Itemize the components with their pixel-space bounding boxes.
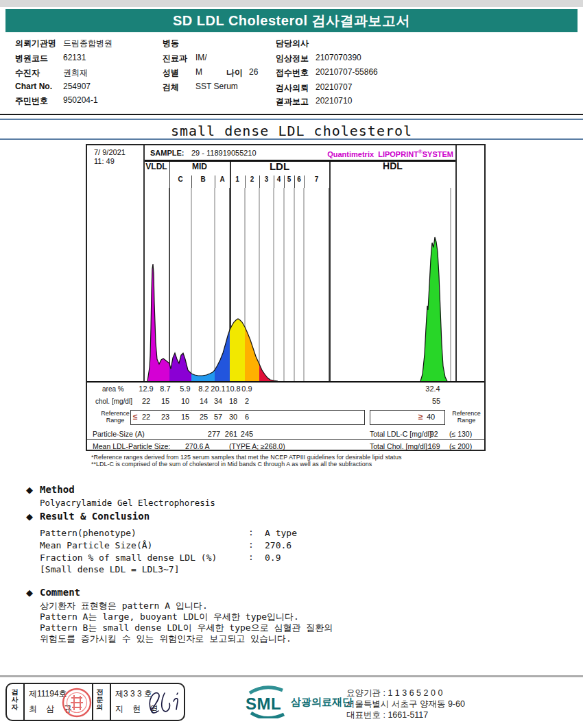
signature-box: 검사자 제11194호 최 삼 규 전문의 제3 3 3 호 지 현 영 [5, 683, 185, 721]
value-hospital-code: 62131 [63, 53, 86, 62]
value-department: IM/ [195, 53, 207, 62]
tick [245, 175, 246, 188]
band-label-mid: MID [169, 162, 230, 171]
chart-datetime: 7/ 9/2021 11: 49 [94, 148, 126, 166]
label-ward: 병동 [163, 38, 179, 49]
result-row-label: Pattern(phenotype) [40, 528, 136, 538]
mean-size-type: (TYPE A; ≥268.0) [229, 442, 285, 450]
value-patient: 권희재 [63, 67, 88, 79]
ref-range-label-right: Reference Range [447, 410, 486, 424]
colon: : [248, 552, 254, 562]
ref-hdl: 40 [427, 413, 443, 421]
ref-label-line1: Reference [452, 410, 481, 417]
diamond-icon: ◆ [26, 511, 33, 522]
particle-ldl3: 245 [237, 430, 257, 438]
sample-value: 29 - 118919055210 [191, 149, 257, 157]
diamond-icon: ◆ [26, 485, 33, 495]
top-grey-strip [0, 0, 583, 7]
method-heading: Method [40, 484, 75, 495]
footer-address: 서울특별시 서초구 양재동 9-60 [346, 699, 465, 710]
footer-care-org: 요양기관 : 1 1 3 6 5 2 0 0 [346, 688, 442, 699]
band-label-vldl: VLDL [143, 162, 169, 171]
total-ldl-ref: (≤ 130) [449, 430, 472, 438]
ref-label-line2: Range [457, 417, 476, 424]
tick [215, 175, 215, 188]
result-note: [Small dense LDL = LDL3~7] [40, 564, 180, 574]
brand-lipoprint: LIPOPRINT [378, 150, 418, 158]
subband-ldl6: 6 [294, 175, 304, 183]
tick [294, 175, 295, 188]
area-ldl3: 0.9 [237, 385, 257, 393]
sml-logo-text: SML [246, 694, 281, 713]
specialist-role: 전문의 [95, 688, 104, 711]
subband-ldl4: 4 [274, 175, 284, 183]
ref-vldl: 22 [136, 413, 156, 421]
total-chol-label: Total Chol. [mg/dl]: [370, 442, 429, 450]
footnote-2: **LDL-C is comprised of the sum of chole… [91, 461, 372, 468]
chol-row-label: chol. [mg/dl] [95, 398, 132, 405]
total-chol-ref: (≤ 200) [449, 442, 472, 450]
footnote-1: *Reference ranges derived from 125 serum… [91, 454, 401, 461]
label-sex: 성별 [163, 67, 179, 79]
tick [284, 175, 285, 188]
label-patient: 수진자 [15, 67, 40, 79]
area-mid-b: 5.9 [175, 385, 195, 393]
geq-symbol: ≥ [418, 412, 423, 422]
chol-mid-b: 10 [175, 397, 195, 405]
value-institution: 드림종합병원 [63, 38, 112, 49]
result-row-label: Mean Particle Size(Å) [40, 540, 152, 550]
table-rule [87, 439, 484, 440]
chart-time: 11: 49 [94, 157, 115, 165]
value-chart-no: 254907 [63, 82, 91, 91]
label-resident-no: 주민번호 [15, 95, 48, 107]
electropherogram-plot [143, 188, 456, 382]
chart-date: 7/ 9/2021 [94, 148, 126, 156]
examiner-role: 검사자 [10, 688, 19, 711]
label-chart-no: Chart No. [15, 82, 52, 91]
area-mid-c: 8.7 [155, 385, 176, 393]
divider-blue-bottom [0, 138, 583, 140]
chol-ldl3: 2 [237, 397, 257, 405]
curve-ldl1 [230, 319, 245, 381]
area-vldl: 12.9 [136, 385, 156, 393]
brand-quantimetrix: Quantimetrix [327, 150, 374, 158]
subband-b: B [191, 175, 215, 183]
tick [304, 175, 305, 188]
plot-baseline [87, 381, 484, 383]
particle-size-label: Particle-Size (A) [93, 430, 145, 438]
label-hospital-code: 병원코드 [15, 53, 48, 64]
chol-hdl: 55 [426, 397, 447, 405]
subband-c: C [169, 175, 191, 183]
value-sex: M [195, 67, 202, 77]
subband-ldl1: 1 [230, 175, 245, 183]
value-accession-no: 20210707-55866 [316, 67, 378, 77]
divider-blue-top [0, 119, 583, 120]
tick [259, 175, 260, 188]
total-ldl-value: 92 [430, 430, 438, 438]
subband-ldl3: 3 [259, 175, 274, 183]
result-row-label: Fraction % of small dense LDL (%) [40, 553, 217, 563]
sig-divider [23, 684, 25, 720]
report-title-bar: SD LDL Cholesterol 검사결과보고서 [5, 9, 578, 32]
label-department: 진료과 [163, 53, 187, 64]
page-title: SD LDL Cholesterol 검사결과보고서 [5, 9, 578, 32]
org-name: 삼광의료재단 [291, 696, 353, 709]
tick [191, 175, 192, 188]
ref-mid-c: 23 [155, 413, 176, 421]
area-row-label: area % [102, 385, 124, 393]
lipoprint-chart-frame: 7/ 9/2021 11: 49 SAMPLE: 29 - 1189190552… [86, 144, 486, 451]
label-institution: 의뢰기관명 [15, 38, 56, 49]
value-clinical-info: 2107070390 [316, 53, 361, 62]
band-label-hdl: HDL [329, 160, 456, 171]
total-ldl-label: Total LDL-C [mg/dl]: [370, 430, 433, 438]
chol-vldl: 22 [136, 397, 156, 405]
value-specimen: SST Serum [195, 82, 238, 91]
label-report-date: 결과보고 [276, 96, 309, 108]
subband-ldl2: 2 [245, 175, 259, 183]
ref-mid-b: 15 [175, 413, 195, 421]
comment-heading: Comment [40, 587, 80, 598]
total-chol-value: 169 [428, 442, 440, 450]
ref-label-line1: Reference [101, 410, 130, 417]
ref-ldl3: 6 [237, 413, 257, 421]
result-row-value: 0.9 [265, 553, 281, 563]
